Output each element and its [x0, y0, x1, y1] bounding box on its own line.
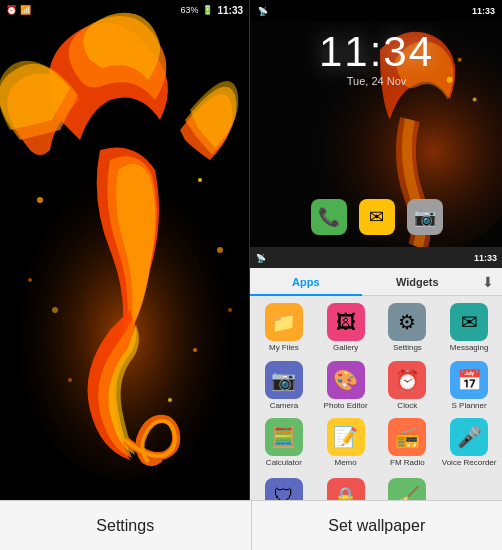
wifi-icon: 📶 [20, 5, 31, 15]
phone-date: Tue, 24 Nov [250, 75, 502, 87]
phone-icon[interactable]: 📞 [311, 199, 347, 235]
drawer-tabs: Apps Widgets ⬇ [250, 268, 502, 296]
svg-point-5 [217, 247, 223, 253]
phone-screen-top: 📡 11:33 11:34 Tue, 24 Nov 📞 ✉ 📷 [250, 0, 502, 248]
phoenix-wallpaper-svg [0, 0, 249, 500]
drawer-status-bar: 📡 11:33 [250, 248, 502, 268]
photo-editor-icon: 🎨 [327, 361, 365, 399]
drawer-status-icon: 📡 [256, 254, 266, 263]
list-item [439, 475, 499, 500]
myfiles-icon: 📁 [265, 303, 303, 341]
list-item[interactable]: 🔒 Private24 [316, 475, 376, 500]
photo-editor-label: Photo Editor [324, 401, 368, 411]
right-status-info: 63% 🔋 11:33 [180, 5, 243, 16]
voice-recorder-label: Voice Recorder [442, 458, 497, 468]
svg-point-6 [168, 398, 172, 402]
svg-point-3 [198, 178, 202, 182]
status-bar-left: ⏰ 📶 63% 🔋 11:33 [0, 0, 249, 20]
memo-label: Memo [335, 458, 357, 468]
battery-icon: 🔋 [202, 5, 213, 15]
battery-percent: 63% [180, 5, 198, 15]
list-item[interactable]: ⏰ Clock [378, 358, 438, 414]
list-item[interactable]: 📻 FM Radio [378, 415, 438, 471]
camera-app-label: Camera [270, 401, 298, 411]
phone-clock: 11:34 [250, 28, 502, 76]
phone-status-time: 11:33 [472, 6, 495, 16]
fmradio-icon: 📻 [388, 418, 426, 456]
list-item[interactable]: 🖼 Gallery [316, 300, 376, 356]
memo-icon: 📝 [327, 418, 365, 456]
list-item[interactable]: ✉ Messaging [439, 300, 499, 356]
calculator-label: Calculator [266, 458, 302, 468]
myfiles-label: My Files [269, 343, 299, 353]
list-item[interactable]: 📁 My Files [254, 300, 314, 356]
drawer-status-time: 11:33 [474, 253, 497, 263]
svg-point-10 [228, 308, 232, 312]
calculator-icon: 🧮 [265, 418, 303, 456]
list-item[interactable]: 🎨 Photo Editor [316, 358, 376, 414]
left-status-icons: ⏰ 📶 [6, 5, 31, 15]
splanner-icon: 📅 [450, 361, 488, 399]
phone-status-bar: 📡 11:33 [250, 0, 502, 22]
settings-button[interactable]: Settings [0, 501, 252, 550]
gallery-icon: 🖼 [327, 303, 365, 341]
settings-label: Settings [393, 343, 422, 353]
list-item[interactable]: ⚙ Settings [378, 300, 438, 356]
splanner-label: S Planner [452, 401, 487, 411]
apps-grid: 📁 My Files 🖼 Gallery ⚙ Settings ✉ Messag… [250, 296, 502, 475]
clock-label: Clock [397, 401, 417, 411]
bottom-buttons: Settings Set wallpaper [0, 500, 502, 550]
set-wallpaper-button[interactable]: Set wallpaper [252, 501, 503, 550]
private24-icon: 🔒 [327, 478, 365, 500]
clock-icon: ⏰ [388, 361, 426, 399]
right-panel: 📡 11:33 11:34 Tue, 24 Nov 📞 ✉ 📷 📡 11:33 [249, 0, 502, 500]
svg-point-15 [473, 98, 477, 102]
svg-point-7 [68, 378, 72, 382]
status-time: 11:33 [217, 5, 243, 16]
left-preview: ⏰ 📶 63% 🔋 11:33 [0, 0, 249, 500]
voice-recorder-icon: 🎤 [450, 418, 488, 456]
list-item[interactable]: 📅 S Planner [439, 358, 499, 414]
camera-app-icon: 📷 [265, 361, 303, 399]
download-tab-icon[interactable]: ⬇ [473, 268, 502, 296]
phone-status-left-icons: 📡 [258, 7, 268, 16]
alarm-icon: ⏰ [6, 5, 17, 15]
camera-icon[interactable]: 📷 [407, 199, 443, 235]
svg-point-4 [28, 278, 32, 282]
svg-point-2 [37, 197, 43, 203]
messaging-label: Messaging [450, 343, 489, 353]
list-item[interactable]: 📷 Camera [254, 358, 314, 414]
phone-dock-icons: 📞 ✉ 📷 [250, 199, 502, 235]
list-item[interactable]: 🧹 Clean Master [378, 475, 438, 500]
list-item[interactable]: 🎤 Voice Recorder [439, 415, 499, 471]
list-item[interactable]: 🛡 GT Security [254, 475, 314, 500]
tab-apps[interactable]: Apps [250, 268, 362, 296]
svg-point-9 [52, 307, 58, 313]
gtsecurity-icon: 🛡 [265, 478, 303, 500]
left-panel: ⏰ 📶 63% 🔋 11:33 [0, 0, 249, 500]
app-drawer: 📡 11:33 Apps Widgets ⬇ 📁 My Files 🖼 Gall… [250, 248, 502, 500]
tab-widgets[interactable]: Widgets [362, 268, 474, 296]
svg-point-8 [193, 348, 197, 352]
settings-icon: ⚙ [388, 303, 426, 341]
fmradio-label: FM Radio [390, 458, 425, 468]
list-item[interactable]: 📝 Memo [316, 415, 376, 471]
apps-grid-row2: 🛡 GT Security 🔒 Private24 🧹 Clean Master [250, 471, 502, 500]
cleanmaster-icon: 🧹 [388, 478, 426, 500]
list-item[interactable]: 🧮 Calculator [254, 415, 314, 471]
gallery-label: Gallery [333, 343, 358, 353]
messaging-icon: ✉ [450, 303, 488, 341]
main-container: ⏰ 📶 63% 🔋 11:33 [0, 0, 502, 500]
email-icon[interactable]: ✉ [359, 199, 395, 235]
